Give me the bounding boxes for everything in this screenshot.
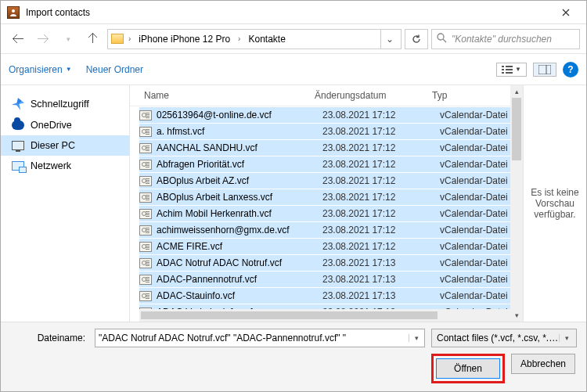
file-row[interactable]: ABOplus Arbeit AZ.vcf23.08.2021 17:12vCa… [139, 172, 510, 189]
file-name: ABOplus Arbeit AZ.vcf [157, 175, 322, 186]
toolbar: Organisieren▼ Neuer Ordner ▼ ? [1, 54, 586, 85]
file-type: vCalendar-Datei [424, 142, 510, 153]
svg-rect-8 [506, 72, 513, 74]
chevron-down-icon[interactable]: ▾ [559, 334, 571, 342]
file-date: 23.08.2021 17:13 [322, 290, 424, 301]
vcard-icon [139, 275, 152, 285]
sidebar-item-onedrive[interactable]: OneDrive [1, 115, 129, 135]
horizontal-scrollbar[interactable] [139, 309, 510, 322]
sidebar-item-network[interactable]: Netzwerk [1, 156, 129, 176]
recent-dropdown[interactable]: ▾ [57, 28, 79, 50]
file-type: vCalendar-Datei [424, 192, 510, 203]
search-placeholder: "Kontakte" durchsuchen [452, 34, 552, 45]
chevron-down-icon[interactable]: ▾ [409, 334, 421, 342]
pin-icon [12, 98, 24, 110]
file-name: Abfragen Priorität.vcf [157, 159, 322, 170]
breadcrumb-dropdown[interactable]: ⌄ [380, 30, 398, 49]
search-icon [437, 33, 447, 45]
svg-rect-9 [538, 65, 551, 74]
vcard-icon [139, 160, 152, 170]
column-headers[interactable]: Name Änderungsdatum Typ [130, 85, 510, 106]
file-row[interactable]: Achim Mobil Herkenrath.vcf23.08.2021 17:… [139, 205, 510, 221]
new-folder-button[interactable]: Neuer Ordner [86, 64, 143, 75]
back-button[interactable]: 🡠 [7, 28, 29, 50]
file-date: 23.08.2021 17:13 [322, 274, 424, 285]
nav-bar: 🡠 🡢 ▾ 🡡 › iPhone iPhone 12 Pro › Kontakt… [1, 24, 586, 54]
sidebar: Schnellzugriff OneDrive Dieser PC Netzwe… [1, 85, 130, 322]
file-date: 23.08.2021 17:12 [322, 159, 424, 170]
highlight-annotation: Öffnen [431, 354, 505, 383]
svg-point-1 [438, 34, 444, 40]
col-name[interactable]: Name [144, 90, 315, 101]
breadcrumb-item-device[interactable]: iPhone iPhone 12 Pro [135, 32, 233, 46]
file-name: ADAC-Stauinfo.vcf [157, 290, 322, 301]
chevron-right-icon: › [236, 34, 242, 43]
file-row[interactable]: ADAC-Stauinfo.vcf23.08.2021 17:13vCalend… [139, 287, 510, 304]
file-name: 025613964@t-online.de.vcf [157, 110, 322, 120]
titlebar: Import contacts [1, 1, 586, 24]
app-icon [7, 6, 20, 19]
file-name: ABOplus Arbeit Lanxess.vcf [157, 192, 322, 203]
preview-pane-button[interactable] [533, 63, 556, 77]
file-row[interactable]: 025613964@t-online.de.vcf23.08.2021 17:1… [139, 106, 510, 123]
vcard-icon [139, 192, 152, 203]
sidebar-item-thispc[interactable]: Dieser PC [1, 135, 129, 156]
vertical-scrollbar[interactable]: ▴ ▾ [510, 85, 523, 322]
file-type: vCalendar-Datei [424, 290, 510, 301]
file-date: 23.08.2021 17:12 [322, 142, 424, 153]
vcard-icon [139, 225, 152, 236]
svg-rect-6 [506, 66, 513, 67]
sidebar-item-quickaccess[interactable]: Schnellzugriff [1, 93, 129, 115]
file-type: vCalendar-Datei [424, 126, 510, 137]
file-row[interactable]: ADAC-Verkehrsinfo.vcf23.08.2021 17:13vCa… [139, 304, 510, 309]
file-row[interactable]: ADAC Notruf ADAC Notruf.vcf23.08.2021 17… [139, 254, 510, 271]
file-row[interactable]: Abfragen Priorität.vcf23.08.2021 17:12vC… [139, 156, 510, 172]
network-icon [12, 161, 24, 171]
cancel-button[interactable]: Abbrechen [511, 354, 575, 374]
scroll-down-icon[interactable]: ▾ [510, 309, 523, 322]
breadcrumb-item-folder[interactable]: Kontakte [245, 32, 288, 46]
file-date: 23.08.2021 17:12 [322, 192, 424, 203]
file-date: 23.08.2021 17:12 [322, 225, 424, 236]
vcard-icon [139, 242, 152, 252]
file-type: vCalendar-Datei [424, 257, 510, 268]
file-row[interactable]: AANCHAL SANDHU.vcf23.08.2021 17:12vCalen… [139, 139, 510, 156]
vcard-icon [139, 176, 152, 186]
vcard-icon [139, 291, 152, 301]
file-list: Name Änderungsdatum Typ 025613964@t-onli… [130, 85, 510, 322]
file-type: vCalendar-Datei [424, 110, 510, 120]
file-row[interactable]: a. hfmst.vcf23.08.2021 17:12vCalendar-Da… [139, 123, 510, 139]
svg-rect-4 [502, 69, 504, 70]
file-row[interactable]: achimweissenhorn@gmx.de.vcf23.08.2021 17… [139, 221, 510, 238]
chevron-right-icon: › [127, 34, 132, 43]
organize-menu[interactable]: Organisieren▼ [9, 64, 72, 75]
vcard-icon [139, 143, 152, 153]
file-row[interactable]: ADAC-Pannennotruf.vcf23.08.2021 17:13vCa… [139, 271, 510, 287]
forward-button[interactable]: 🡢 [32, 28, 54, 50]
file-type: vCalendar-Datei [424, 208, 510, 219]
refresh-button[interactable] [405, 29, 428, 49]
col-type[interactable]: Typ [416, 90, 502, 101]
close-button[interactable] [549, 2, 583, 23]
file-name: ADAC Notruf ADAC Notruf.vcf [157, 257, 322, 268]
up-button[interactable]: 🡡 [82, 28, 104, 50]
filename-input[interactable]: "ADAC Notruf ADAC Notruf.vcf" "ADAC-Pann… [95, 329, 425, 347]
file-type: vCalendar-Datei [424, 274, 510, 285]
search-input[interactable]: "Kontakte" durchsuchen [431, 29, 580, 49]
help-button[interactable]: ? [563, 62, 578, 77]
vcard-icon [139, 110, 152, 120]
file-name: a. hfmst.vcf [157, 126, 322, 137]
window-title: Import contacts [26, 7, 90, 18]
file-date: 23.08.2021 17:12 [322, 241, 424, 252]
view-mode-button[interactable]: ▼ [496, 63, 527, 77]
filetype-filter[interactable]: Contact files (*.vcf, *.csv, *.xls, * ▾ [431, 329, 577, 347]
col-date[interactable]: Änderungsdatum [315, 90, 416, 101]
breadcrumb[interactable]: › iPhone iPhone 12 Pro › Kontakte ⌄ [107, 29, 402, 49]
file-date: 23.08.2021 17:12 [322, 110, 424, 120]
open-button[interactable]: Öffnen [436, 358, 500, 379]
file-type: vCalendar-Datei [424, 175, 510, 186]
file-row[interactable]: ACME FIRE.vcf23.08.2021 17:12vCalendar-D… [139, 238, 510, 254]
file-row[interactable]: ABOplus Arbeit Lanxess.vcf23.08.2021 17:… [139, 189, 510, 205]
file-date: 23.08.2021 17:12 [322, 175, 424, 186]
scroll-up-icon[interactable]: ▴ [510, 85, 523, 98]
